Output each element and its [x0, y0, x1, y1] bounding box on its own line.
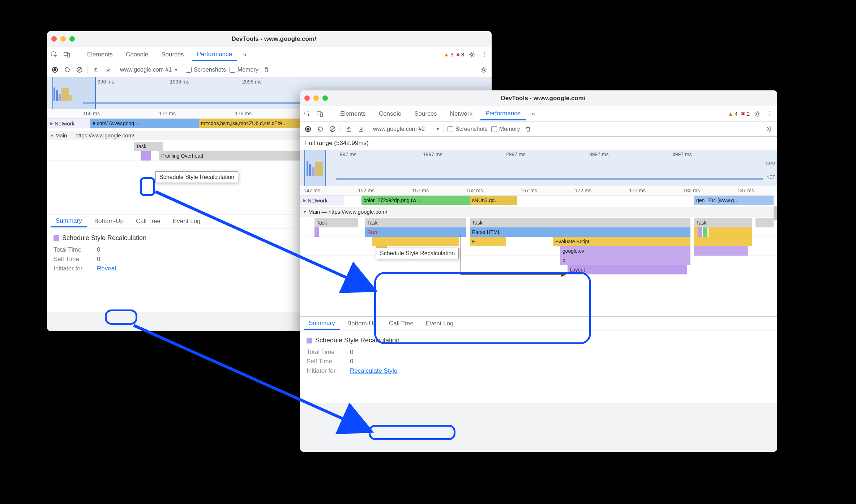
small-block[interactable] — [703, 227, 707, 237]
detail-tab-eventlog[interactable]: Event Log — [168, 215, 206, 227]
task-block[interactable]: Task — [365, 218, 466, 227]
panel-tabbar: Elements Console Sources Performance » ▲… — [47, 47, 492, 62]
screenshots-toggle[interactable]: Screenshots — [448, 126, 488, 132]
errors-badge[interactable]: ✖2 — [741, 111, 750, 117]
small-block[interactable] — [141, 151, 151, 161]
record-button[interactable] — [51, 65, 59, 74]
recording-selector[interactable]: www.google.com #2 ▼ — [373, 126, 440, 132]
close-icon[interactable] — [304, 95, 310, 101]
small-block[interactable] — [314, 227, 319, 237]
more-tabs-icon[interactable]: » — [528, 109, 538, 119]
layout-block[interactable]: Layout — [568, 265, 687, 274]
memory-toggle[interactable]: Memory — [491, 126, 520, 132]
parse-html-block[interactable]: Run — [365, 227, 466, 237]
overview-strip[interactable]: 997 ms 1997 ms 2997 ms 3997 ms 4997 ms C… — [300, 150, 777, 186]
window-title: DevTools - www.google.com/ — [82, 35, 466, 43]
zoom-icon[interactable] — [322, 95, 328, 101]
network-row-header[interactable]: ▶Network — [47, 119, 90, 128]
evaluate-script-block[interactable]: Evaluate Script — [553, 237, 690, 246]
tab-console[interactable]: Console — [121, 48, 153, 61]
network-row-header[interactable]: ▶Network — [300, 196, 343, 205]
network-entry[interactable]: color_272x92dp.png (w… — [361, 196, 470, 205]
flame-chart[interactable]: 147 ms 152 ms 157 ms 162 ms 167 ms 172 m… — [300, 186, 777, 316]
network-entry[interactable]: sNUn3,qd… — [470, 196, 517, 205]
tab-sources[interactable]: Sources — [409, 107, 442, 120]
record-button[interactable] — [304, 125, 312, 133]
tab-performance[interactable]: Performance — [192, 48, 237, 61]
total-time-value: 0 — [97, 246, 100, 253]
gear-icon[interactable] — [753, 109, 762, 119]
timeline-tick: 166 ms — [83, 111, 100, 116]
network-entry[interactable]: e.com/ (www.goog… — [90, 119, 199, 128]
detail-tab-summary[interactable]: Summary — [51, 215, 87, 227]
gear-icon[interactable] — [467, 50, 476, 59]
google-cv-block[interactable]: google.cv — [560, 246, 690, 256]
screenshots-toggle[interactable]: Screenshots — [186, 67, 226, 73]
main-row-header[interactable]: ▼Main — https://www.google.com/ — [300, 207, 777, 217]
tab-sources[interactable]: Sources — [156, 48, 189, 61]
svg-point-8 — [483, 69, 485, 71]
detail-tab-calltree[interactable]: Call Tree — [131, 215, 166, 227]
warnings-badge[interactable]: ▲4 — [728, 111, 737, 117]
panel-tabbar: Elements Console Sources Network Perform… — [300, 106, 777, 121]
clear-icon[interactable] — [328, 125, 337, 133]
minimize-icon[interactable] — [60, 36, 66, 42]
kebab-icon[interactable]: ⋮ — [765, 109, 774, 119]
eval-block[interactable] — [372, 237, 459, 246]
recalculate-style-link[interactable]: Recalculate Style — [350, 367, 397, 374]
gear-icon[interactable] — [765, 125, 774, 133]
kebab-icon[interactable]: ⋮ — [479, 50, 489, 59]
zoom-icon[interactable] — [69, 36, 75, 42]
trash-icon[interactable] — [524, 125, 532, 133]
device-icon[interactable] — [315, 109, 325, 119]
titlebar: DevTools - www.google.com/ — [47, 31, 492, 47]
task-block[interactable] — [756, 218, 774, 227]
detail-tab-calltree[interactable]: Call Tree — [384, 318, 419, 329]
detail-tab-eventlog[interactable]: Event Log — [421, 318, 459, 329]
small-block[interactable] — [698, 227, 702, 237]
inspect-icon[interactable] — [50, 50, 59, 59]
perf-toolbar: www.google.com #1▼ Screenshots Memory — [47, 62, 492, 77]
device-icon[interactable] — [62, 50, 72, 59]
scrollbar-thumb[interactable] — [774, 206, 777, 221]
reload-icon[interactable] — [316, 125, 325, 133]
more-tabs-icon[interactable]: » — [240, 50, 249, 59]
detail-tab-summary[interactable]: Summary — [304, 317, 340, 330]
eval-block[interactable] — [694, 237, 752, 246]
task-block[interactable]: Task — [470, 218, 690, 227]
upload-icon[interactable] — [91, 65, 100, 74]
tab-network[interactable]: Network — [445, 107, 478, 120]
p-block[interactable]: p — [560, 256, 690, 265]
download-icon[interactable] — [104, 65, 112, 74]
trash-icon[interactable] — [262, 65, 271, 74]
detail-tab-bottomup[interactable]: Bottom-Up — [89, 215, 129, 227]
task-block[interactable]: Task — [694, 218, 752, 227]
warnings-badge[interactable]: ▲3 — [444, 51, 453, 57]
tab-elements[interactable]: Elements — [82, 48, 118, 61]
task-block[interactable]: Task — [134, 142, 163, 151]
small-block[interactable] — [709, 227, 752, 237]
errors-badge[interactable]: ■3 — [457, 51, 464, 57]
gear-icon[interactable] — [479, 65, 488, 74]
tab-elements[interactable]: Elements — [335, 107, 371, 120]
tab-performance[interactable]: Performance — [480, 107, 526, 120]
download-icon[interactable] — [357, 125, 365, 133]
clear-icon[interactable] — [75, 65, 84, 74]
tab-console[interactable]: Console — [374, 107, 406, 120]
close-icon[interactable] — [51, 36, 57, 42]
recording-selector[interactable]: www.google.com #1▼ — [120, 67, 178, 73]
detail-tab-bottomup[interactable]: Bottom-Up — [342, 318, 382, 329]
reveal-link[interactable]: Reveal — [97, 265, 116, 272]
parse-html-block[interactable]: Parse HTML — [470, 227, 690, 237]
memory-toggle[interactable]: Memory — [230, 67, 258, 73]
small-block[interactable] — [694, 246, 748, 256]
timeline-tick: 152 ms — [358, 188, 374, 193]
inspect-icon[interactable] — [303, 109, 312, 119]
upload-icon[interactable] — [344, 125, 353, 133]
minimize-icon[interactable] — [313, 95, 319, 101]
network-entry[interactable]: gen_204 (www.g… — [694, 196, 774, 205]
e-block[interactable]: E… — [470, 237, 506, 246]
net-label: NET — [766, 175, 775, 180]
task-block[interactable]: Task — [314, 218, 358, 227]
reload-icon[interactable] — [63, 65, 72, 74]
